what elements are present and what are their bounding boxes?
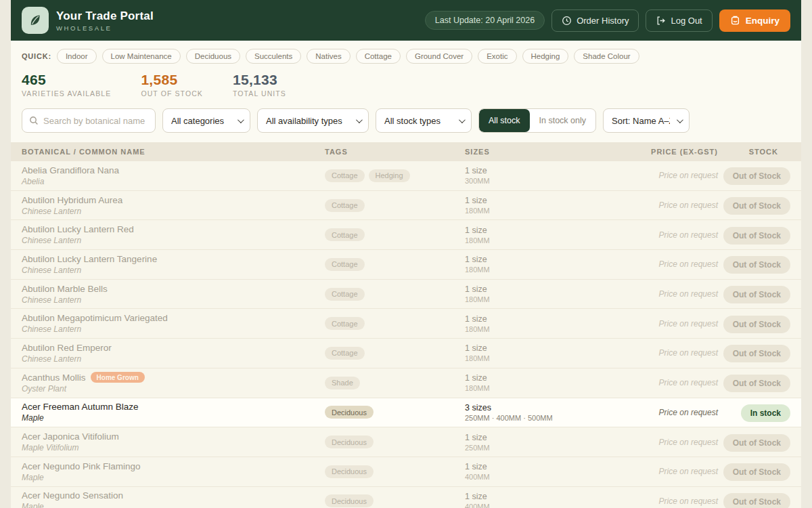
table-row[interactable]: Acanthus Mollis Home Grown Oyster Plant …	[11, 368, 801, 398]
common-name: Maple	[22, 473, 325, 482]
table-row[interactable]: Acer Japonica Vitifolium Maple Vitifoliu…	[11, 427, 801, 457]
table-row[interactable]: Acer Freeman Autumn Blaze Maple Deciduou…	[11, 398, 801, 428]
sizes-count: 1 size	[465, 284, 646, 294]
table-row[interactable]: Abutilon Marble Bells Chinese Lantern Co…	[11, 280, 801, 310]
table-row[interactable]: Abutilon Lucky Lantern Red Chinese Lante…	[11, 220, 801, 250]
quick-chip-succulents[interactable]: Succulents	[246, 49, 301, 64]
sizes-cell: 3 sizes 250MM · 400MM · 500MM	[465, 403, 646, 422]
brand: Your Trade Portal WHOLESALE	[22, 7, 154, 34]
common-name: Chinese Lantern	[22, 207, 325, 216]
table-row[interactable]: Abutilon Red Emperor Chinese Lantern Cot…	[11, 339, 801, 368]
page-frame: Your Trade Portal WHOLESALE Last Update:…	[11, 0, 801, 508]
stat-varieties-value: 465	[22, 72, 111, 88]
quick-chip-exotic[interactable]: Exotic	[478, 49, 516, 64]
quick-chip-hedging[interactable]: Hedging	[522, 49, 569, 64]
table-row[interactable]: Acer Negundo Pink Flamingo Maple Deciduo…	[11, 457, 801, 487]
quick-chip-indoor[interactable]: Indoor	[57, 49, 97, 64]
plant-name-cell: Acer Negundo Sensation Maple	[22, 490, 325, 508]
enquiry-button[interactable]: Enquiry	[719, 9, 790, 32]
availability-filter-wrap: All availability types	[257, 108, 369, 133]
tags-cell: Deciduous	[325, 494, 465, 507]
plant-name-cell: Acanthus Mollis Home Grown Oyster Plant	[22, 372, 325, 394]
stat-out-of-stock-label: OUT OF STOCK	[141, 89, 203, 98]
stock-cell: Out of Stock	[723, 229, 790, 241]
plant-name-cell: Acer Japonica Vitifolium Maple Vitifoliu…	[22, 431, 325, 452]
common-name: Chinese Lantern	[22, 354, 325, 364]
sizes-cell: 1 size 180MM	[465, 196, 646, 215]
price-text: Price on request	[646, 230, 718, 240]
common-name: Abelia	[22, 177, 325, 186]
stat-out-of-stock-value: 1,585	[141, 72, 203, 88]
sizes-count: 1 size	[465, 373, 646, 383]
stock-cell: In stock	[741, 406, 790, 419]
quick-chip-ground-cover[interactable]: Ground Cover	[406, 49, 472, 64]
common-name: Chinese Lantern	[22, 236, 325, 245]
sizes-cell: 1 size 400MM	[465, 492, 646, 508]
sizes-cell: 1 size 250MM	[465, 433, 646, 452]
category-filter[interactable]: All categories	[163, 109, 250, 132]
table-row[interactable]: Acer Negundo Sensation Maple Deciduous 1…	[11, 487, 801, 508]
availability-filter[interactable]: All availability types	[258, 109, 368, 132]
col-sizes: SIZES	[465, 148, 646, 156]
quick-chip-shade-colour[interactable]: Shade Colour	[574, 49, 639, 64]
sizes-cell: 1 size 180MM	[465, 343, 646, 362]
toggle-all-stock[interactable]: All stock	[479, 109, 530, 132]
plant-name-cell: Acer Freeman Autumn Blaze Maple	[22, 402, 325, 423]
stock-badge: Out of Stock	[723, 197, 790, 215]
tag-pill: Shade	[325, 377, 360, 389]
sizes-count: 1 size	[465, 343, 646, 353]
col-price: PRICE (EX-GST)	[646, 148, 718, 156]
order-history-button[interactable]: Order History	[551, 9, 639, 32]
tag-pill: Cottage	[325, 288, 365, 301]
stock-type-filter[interactable]: All stock types	[376, 109, 471, 132]
leaf-logo-icon	[22, 7, 49, 34]
botanical-name: Abutilon Lucky Lantern Red	[22, 224, 134, 234]
table-row[interactable]: Abutilon Hybridum Aurea Chinese Lantern …	[11, 191, 801, 221]
stock-cell: Out of Stock	[723, 288, 790, 300]
tags-cell: Cottage	[325, 258, 465, 271]
botanical-name: Acanthus Mollis	[22, 373, 86, 383]
clipboard-icon	[730, 16, 740, 26]
sizes-detail: 180MM	[465, 325, 646, 333]
quick-chip-cottage[interactable]: Cottage	[356, 49, 401, 64]
sizes-detail: 180MM	[465, 384, 646, 392]
stats-row: 465 VARIETIES AVAILABLE 1,585 OUT OF STO…	[11, 66, 801, 106]
clock-icon	[562, 16, 572, 26]
plant-name-cell: Abutilon Red Emperor Chinese Lantern	[22, 343, 325, 364]
quick-chip-natives[interactable]: Natives	[307, 49, 350, 64]
col-tags: TAGS	[325, 148, 465, 156]
quick-chip-low-maintenance[interactable]: Low Maintenance	[102, 49, 181, 64]
table-row[interactable]: Abutilon Lucky Lantern Tangerine Chinese…	[11, 250, 801, 280]
stock-cell: Out of Stock	[723, 318, 790, 330]
sizes-cell: 1 size 180MM	[465, 314, 646, 333]
price-text: Price on request	[646, 200, 718, 210]
sizes-detail: 180MM	[465, 354, 646, 362]
quick-chip-deciduous[interactable]: Deciduous	[186, 49, 240, 64]
stat-total-units-value: 15,133	[233, 72, 286, 88]
table-row[interactable]: Abelia Grandiflora Nana Abelia CottageHe…	[11, 161, 801, 191]
tag-pill: Deciduous	[325, 465, 374, 478]
stock-badge: Out of Stock	[723, 167, 790, 185]
quick-label: QUICK:	[22, 52, 51, 60]
tags-cell: CottageHedging	[325, 169, 465, 182]
content-card: QUICK: IndoorLow MaintenanceDeciduousSuc…	[11, 41, 801, 508]
enquiry-label: Enquiry	[746, 16, 780, 26]
sort-select-wrap: Sort: Name A–Z	[603, 108, 690, 133]
sizes-cell: 1 size 180MM	[465, 226, 646, 245]
stock-cell: Out of Stock	[723, 347, 790, 359]
table-row[interactable]: Abutilon Megapotimicum Variegated Chines…	[11, 309, 801, 339]
search-input[interactable]	[43, 116, 148, 126]
stock-badge: In stock	[741, 404, 790, 422]
common-name: Oyster Plant	[22, 384, 325, 394]
toggle-in-stock-only[interactable]: In stock only	[530, 109, 595, 132]
sizes-count: 1 size	[465, 462, 646, 471]
tags-cell: Deciduous	[325, 465, 465, 478]
stat-out-of-stock: 1,585 OUT OF STOCK	[141, 72, 203, 98]
price-text: Price on request	[646, 378, 718, 387]
sort-select[interactable]: Sort: Name A–Z	[604, 109, 689, 132]
log-out-button[interactable]: Log Out	[646, 9, 712, 32]
sizes-detail: 180MM	[465, 295, 646, 303]
stock-badge: Out of Stock	[723, 286, 790, 303]
tags-cell: Cottage	[325, 347, 465, 360]
stat-varieties-label: VARIETIES AVAILABLE	[22, 89, 111, 98]
